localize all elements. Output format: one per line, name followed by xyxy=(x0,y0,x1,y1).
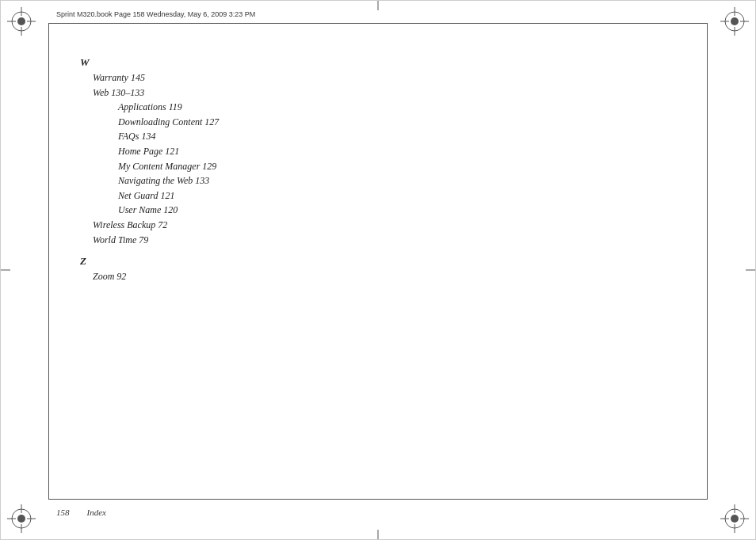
section-z: Z Zoom 92 xyxy=(80,255,676,284)
entry-world-time: World Time 79 xyxy=(93,233,676,248)
tick-bottom-center xyxy=(378,530,379,539)
footer-section: Index xyxy=(87,508,106,517)
corner-mark-br xyxy=(720,504,749,533)
svg-point-7 xyxy=(731,17,739,25)
entry-wireless-backup: Wireless Backup 72 xyxy=(93,218,676,233)
entry-net-guard: Net Guard 121 xyxy=(118,188,676,203)
section-w: W Warranty 145 Web 130–133 Applications … xyxy=(80,56,676,247)
entry-zoom: Zoom 92 xyxy=(93,269,676,284)
header-bar xyxy=(48,23,708,24)
svg-point-19 xyxy=(731,515,739,523)
entry-user-name: User Name 120 xyxy=(118,203,676,218)
tick-top-center xyxy=(378,1,379,10)
section-letter-w: W xyxy=(80,56,676,69)
svg-point-13 xyxy=(17,515,25,523)
section-letter-z: Z xyxy=(80,255,676,268)
corner-mark-tl xyxy=(7,7,36,36)
entry-warranty: Warranty 145 xyxy=(93,70,676,86)
tick-left-center xyxy=(1,270,10,271)
svg-point-1 xyxy=(17,17,25,25)
corner-mark-tr xyxy=(720,7,749,36)
margin-left xyxy=(48,23,49,500)
footer-page-number: 158 xyxy=(56,508,70,517)
entry-home-page: Home Page 121 xyxy=(118,144,676,159)
corner-mark-bl xyxy=(7,504,36,533)
entry-applications: Applications 119 xyxy=(118,100,676,115)
entry-navigating-the-web: Navigating the Web 133 xyxy=(118,173,676,188)
page-container: Sprint M320.book Page 158 Wednesday, May… xyxy=(0,0,756,540)
entry-faqs: FAQs 134 xyxy=(118,129,676,144)
entry-my-content-manager: My Content Manager 129 xyxy=(118,159,676,174)
header-text: Sprint M320.book Page 158 Wednesday, May… xyxy=(56,10,255,18)
main-content: W Warranty 145 Web 130–133 Applications … xyxy=(80,56,676,284)
margin-right xyxy=(707,23,708,500)
footer-text: 158 Index xyxy=(56,508,106,517)
entry-downloading-content: Downloading Content 127 xyxy=(118,115,676,130)
tick-right-center xyxy=(746,270,755,271)
entry-web: Web 130–133 xyxy=(93,86,676,101)
footer-bar xyxy=(48,499,708,500)
